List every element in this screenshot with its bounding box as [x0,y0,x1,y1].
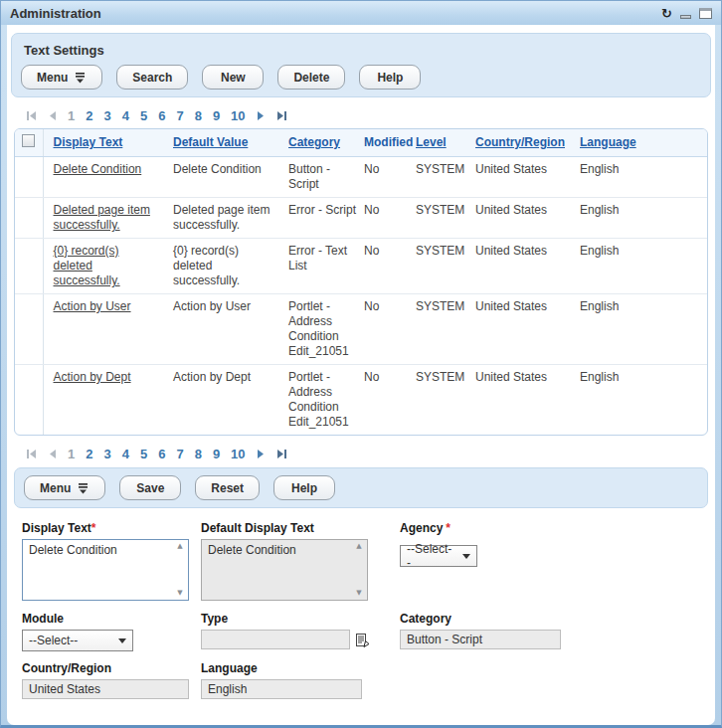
cell-modified: No [364,370,379,384]
delete-button[interactable]: Delete [277,65,345,90]
refresh-icon[interactable]: ↻ [661,7,672,20]
form-help-button[interactable]: Help [273,475,335,500]
cell-display-text-link[interactable]: Delete Condition [54,162,142,176]
pagination-page-current: 1 [68,108,75,123]
table-header-row: Display Text Default Value Category Modi… [15,129,707,157]
cell-language: English [580,162,619,176]
column-header-level[interactable]: Level [416,135,447,149]
pagination-page[interactable]: 2 [86,447,92,461]
default-display-text-value: Delete Condition [202,540,367,561]
cell-modified: No [364,244,379,258]
cell-language: English [580,370,619,384]
cell-default-value: Delete Condition [173,162,262,176]
row-check-cell [15,365,43,436]
cell-modified: No [364,162,379,176]
pagination-page[interactable]: 5 [140,108,147,123]
help-button[interactable]: Help [359,65,421,90]
reset-button[interactable]: Reset [195,475,260,500]
select-all-checkbox[interactable] [22,134,35,147]
search-button[interactable]: Search [116,65,188,90]
pagination-page[interactable]: 3 [103,447,110,461]
column-header-language[interactable]: Language [580,135,636,149]
category-label: Category [400,612,711,627]
window-content: Text Settings Menu Search New Delete Hel… [7,25,715,725]
textarea-scrollbar: ▲ ▼ [352,541,366,599]
prev-page-icon[interactable] [48,449,57,459]
cell-language: English [580,203,619,217]
pagination-page[interactable]: 4 [122,447,129,461]
column-header-display-text[interactable]: Display Text [54,135,123,149]
cell-modified: No [364,299,379,313]
scroll-up-icon[interactable]: ▲ [177,543,182,550]
display-text-textarea[interactable]: Delete Condition ▲ ▼ [22,539,189,601]
module-select[interactable]: --Select-- [22,630,133,651]
last-page-icon[interactable] [276,110,287,121]
cell-country: United States [475,299,547,313]
pagination-page[interactable]: 7 [176,108,183,123]
scroll-up-icon: ▲ [356,543,361,550]
textarea-scrollbar[interactable]: ▲ ▼ [173,541,187,599]
save-button[interactable]: Save [119,475,181,500]
cell-country: United States [475,370,547,384]
first-page-icon[interactable] [26,449,37,459]
default-display-text-label: Default Display Text [201,521,400,536]
column-header-default-value[interactable]: Default Value [173,135,248,149]
lookup-icon[interactable] [355,633,370,647]
select-arrow-icon [462,554,470,559]
next-page-icon[interactable] [257,110,266,121]
cell-level: SYSTEM [416,244,464,258]
last-page-icon[interactable] [276,449,287,459]
pagination-page[interactable]: 8 [195,447,202,461]
table-row: Deleted page item successfully. Deleted … [15,198,707,239]
first-page-icon[interactable] [26,110,37,121]
minimize-icon[interactable] [680,15,691,19]
column-header-category[interactable]: Category [288,135,340,149]
administration-window: Administration ↻ Text Settings Menu Sear… [0,0,722,728]
pagination-page[interactable]: 10 [231,447,245,461]
cell-display-text-link[interactable]: Action by Dept [54,370,131,384]
module-select-value: --Select-- [29,634,78,647]
new-button[interactable]: New [202,65,264,90]
menu-button[interactable]: Menu [21,65,102,90]
scroll-down-icon: ▼ [356,590,361,597]
column-header-modified: Modified [364,135,413,149]
prev-page-icon[interactable] [48,110,57,121]
type-input [201,630,350,649]
pagination-page[interactable]: 9 [213,108,220,123]
text-settings-table: Display Text Default Value Category Modi… [14,128,708,436]
pagination-page[interactable]: 3 [103,108,110,123]
agency-select[interactable]: --Select-- [400,545,477,567]
pagination-page[interactable]: 6 [158,447,165,461]
menu-button-label: Menu [37,71,68,85]
pagination-page[interactable]: 5 [140,447,147,461]
cell-level: SYSTEM [416,203,464,217]
pagination-page[interactable]: 7 [176,447,183,461]
cell-category: Portlet - Address Condition Edit_21051 [288,299,349,358]
cell-display-text-link[interactable]: Action by User [54,299,131,313]
column-header-country[interactable]: Country/Region [475,135,565,149]
cell-display-text-link[interactable]: Deleted page item successfully. [54,203,150,232]
cell-default-value: Deleted page item successfully. [173,203,270,232]
cell-country: United States [475,203,547,217]
default-display-text-textarea: Delete Condition ▲ ▼ [201,539,368,601]
cell-language: English [580,299,619,313]
text-setting-form: Display Text* Delete Condition ▲ ▼ Defau… [11,508,711,699]
cell-display-text-link[interactable]: {0} record(s) deleted successfully. [54,244,120,287]
next-page-icon[interactable] [257,449,266,459]
pagination-page[interactable]: 8 [195,108,202,123]
maximize-icon[interactable] [699,8,712,19]
pagination-page[interactable]: 6 [158,108,165,123]
scroll-down-icon[interactable]: ▼ [177,590,182,597]
pagination-page[interactable]: 9 [213,447,220,461]
panel-title: Text Settings [24,43,701,58]
pagination-page[interactable]: 4 [122,108,129,123]
cell-modified: No [364,203,379,217]
agency-label: Agency* [400,521,711,536]
cell-category: Portlet - Address Condition Edit_21051 [288,370,349,429]
language-label: Language [201,661,400,676]
menu-dropdown-icon [77,482,90,494]
titlebar: Administration ↻ [1,1,721,25]
form-menu-button[interactable]: Menu [24,475,105,500]
pagination-page[interactable]: 2 [86,108,92,123]
pagination-page[interactable]: 10 [231,108,245,123]
